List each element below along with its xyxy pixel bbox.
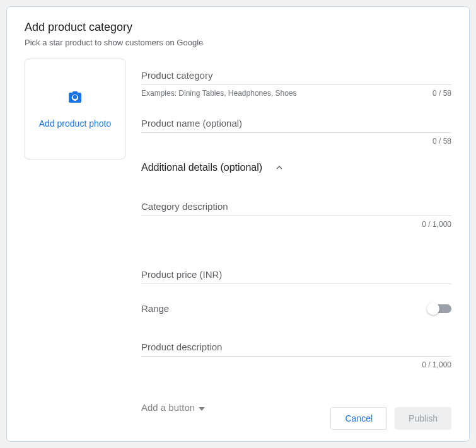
page-title: Add product category bbox=[25, 21, 451, 34]
publish-button[interactable]: Publish bbox=[395, 407, 451, 430]
range-toggle[interactable] bbox=[429, 304, 451, 313]
additional-details-label: Additional details (optional) bbox=[141, 162, 262, 173]
cancel-button[interactable]: Cancel bbox=[330, 407, 387, 430]
product-name-counter: 0 / 58 bbox=[432, 137, 451, 146]
range-row: Range bbox=[141, 303, 451, 314]
add-product-photo-button[interactable]: Add product photo bbox=[25, 59, 125, 159]
category-description-input[interactable] bbox=[141, 197, 451, 216]
product-category-counter: 0 / 58 bbox=[432, 89, 451, 98]
product-name-field: 0 / 58 bbox=[141, 114, 451, 146]
form-column: Examples: Dining Tables, Headphones, Sho… bbox=[141, 59, 451, 413]
caret-down-icon bbox=[199, 402, 205, 413]
content-row: Add product photo Examples: Dining Table… bbox=[25, 59, 451, 413]
camera-icon bbox=[67, 89, 83, 118]
add-a-button-dropdown[interactable]: Add a button bbox=[141, 402, 205, 413]
product-price-field bbox=[141, 265, 451, 284]
page-subtitle: Pick a star product to show customers on… bbox=[25, 38, 451, 47]
product-category-field: Examples: Dining Tables, Headphones, Sho… bbox=[141, 66, 451, 98]
toggle-knob bbox=[427, 302, 439, 315]
product-category-example: Examples: Dining Tables, Headphones, Sho… bbox=[141, 89, 297, 98]
additional-details-toggle[interactable]: Additional details (optional) bbox=[141, 162, 451, 173]
range-label: Range bbox=[141, 303, 169, 314]
category-description-field: 0 / 1,000 bbox=[141, 197, 451, 229]
product-description-field: 0 / 1,000 bbox=[141, 338, 451, 369]
add-product-photo-label: Add product photo bbox=[39, 118, 111, 129]
product-name-input[interactable] bbox=[141, 114, 451, 133]
chevron-up-icon bbox=[274, 162, 285, 173]
product-category-input[interactable] bbox=[141, 66, 451, 85]
footer-actions: Cancel Publish bbox=[330, 407, 451, 430]
product-description-counter: 0 / 1,000 bbox=[422, 360, 451, 369]
product-description-input[interactable] bbox=[141, 338, 451, 357]
product-price-input[interactable] bbox=[141, 265, 451, 284]
add-a-button-label: Add a button bbox=[141, 402, 195, 413]
add-product-category-card: Add product category Pick a star product… bbox=[6, 6, 470, 442]
category-description-counter: 0 / 1,000 bbox=[422, 220, 451, 229]
